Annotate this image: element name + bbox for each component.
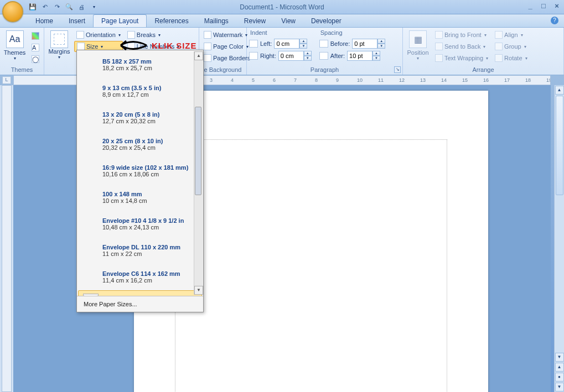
spin-down[interactable]: ▼: [372, 56, 380, 61]
browse-prev-button[interactable]: ▲: [555, 363, 564, 372]
tab-references[interactable]: References: [147, 15, 196, 27]
theme-colors-button[interactable]: [29, 30, 42, 41]
close-button[interactable]: ×: [553, 2, 561, 10]
indent-right-icon: [249, 52, 258, 60]
watermark-button[interactable]: Watermark: [201, 29, 252, 40]
scroll-down-button[interactable]: ▼: [555, 353, 564, 362]
margin-guide: [175, 139, 447, 392]
redo-icon[interactable]: ↷: [52, 2, 62, 12]
spin-down[interactable]: ▼: [299, 44, 307, 49]
tab-view[interactable]: View: [273, 15, 303, 27]
tab-page-layout[interactable]: Page Layout: [93, 14, 147, 27]
save-icon[interactable]: 💾: [28, 2, 38, 12]
page-borders-button[interactable]: Page Borders: [201, 53, 252, 64]
group-label-paragraph: Paragraph: [249, 65, 400, 75]
group-themes: Aa Themes▾ A ◯ Themes: [0, 28, 44, 75]
margins-button[interactable]: Margins▾: [46, 29, 72, 64]
spin-down[interactable]: ▼: [377, 44, 385, 49]
theme-fonts-button[interactable]: A: [29, 42, 42, 53]
group-button[interactable]: Group: [493, 41, 529, 52]
page-color-button[interactable]: Page Color: [201, 41, 252, 52]
office-button[interactable]: [2, 1, 23, 22]
ruler-corner[interactable]: L: [2, 76, 11, 84]
size-scroll-down[interactable]: ▼: [194, 286, 203, 295]
annotation-text: KLIK SIZE: [152, 41, 197, 50]
indent-right-input[interactable]: [278, 51, 304, 61]
indent-left-icon: [249, 40, 258, 48]
size-name: 100 x 148 mm: [102, 191, 147, 197]
page-size-icon: [83, 294, 99, 296]
align-icon: [495, 31, 503, 39]
spin-up[interactable]: ▲: [372, 51, 380, 56]
paragraph-launcher[interactable]: ↘: [394, 66, 401, 73]
spacing-heading: Spacing: [319, 29, 385, 37]
scroll-thumb[interactable]: [556, 96, 563, 195]
size-dims: 11,4 cm x 16,2 cm: [102, 277, 180, 284]
print-icon[interactable]: 🖨: [76, 2, 86, 12]
size-menu-scrollbar[interactable]: ▲ ▼: [194, 51, 203, 295]
size-option[interactable]: Letter 8 1/2 x 11 in21,59 cm x 27,94 cm: [78, 290, 202, 296]
size-option[interactable]: 13 x 20 cm (5 x 8 in)12,7 cm x 20,32 cm: [77, 104, 203, 131]
size-scroll-thumb[interactable]: [195, 107, 201, 195]
spin-up[interactable]: ▲: [304, 51, 312, 56]
spin-down[interactable]: ▼: [304, 56, 312, 61]
spacing-after-input[interactable]: [347, 51, 372, 61]
restore-button[interactable]: □: [540, 2, 547, 10]
spin-up[interactable]: ▲: [377, 39, 385, 44]
more-paper-sizes[interactable]: More Paper Sizes...: [77, 296, 203, 312]
quick-access-toolbar: 💾 ↶ ↷ 🔍 🖨: [28, 2, 99, 12]
size-option[interactable]: 100 x 148 mm10 cm x 14,8 cm: [77, 184, 203, 211]
page-color-icon: [204, 43, 211, 50]
margins-icon: [50, 30, 68, 48]
size-option[interactable]: Envelope C6 114 x 162 mm11,4 cm x 16,2 c…: [77, 264, 203, 290]
print-preview-icon[interactable]: 🔍: [64, 2, 74, 12]
scroll-up-button[interactable]: ▲: [555, 86, 564, 95]
size-icon: [77, 43, 85, 50]
spacing-before-input[interactable]: [352, 39, 377, 49]
tab-insert[interactable]: Insert: [61, 15, 93, 27]
group-icon: [495, 43, 503, 50]
indent-left-input[interactable]: [274, 39, 299, 49]
indent-right-row: Right: ▲▼: [249, 50, 312, 61]
tab-mailings[interactable]: Mailings: [196, 15, 236, 27]
size-option[interactable]: 9 x 13 cm (3.5 x 5 in)8,9 cm x 12,7 cm: [77, 78, 203, 104]
vertical-scrollbar[interactable]: ▲ ▼ ▲ ● ▼: [554, 85, 564, 392]
align-button[interactable]: Align: [493, 29, 529, 40]
themes-icon: Aa: [6, 30, 24, 48]
rotate-icon: [495, 54, 503, 62]
size-option[interactable]: Envelope #10 4 1/8 x 9 1/2 in10,48 cm x …: [77, 211, 203, 237]
help-icon[interactable]: ?: [551, 17, 558, 24]
spacing-after-row: After: ▲▼: [319, 50, 385, 61]
browse-next-button[interactable]: ▼: [555, 383, 564, 391]
minimize-button[interactable]: _: [526, 2, 534, 10]
text-wrapping-button[interactable]: Text Wrapping: [433, 53, 490, 64]
size-dims: 20,32 cm x 25,4 cm: [102, 144, 163, 151]
size-dims: 10,48 cm x 24,13 cm: [102, 224, 184, 231]
size-option[interactable]: Envelope DL 110 x 220 mm11 cm x 22 cm: [77, 237, 203, 264]
fonts-icon: A: [32, 44, 39, 51]
rotate-button[interactable]: Rotate: [493, 53, 529, 64]
browse-object-button[interactable]: ●: [555, 373, 564, 381]
size-dims: 10,16 cm x 18,06 cm: [102, 171, 188, 177]
tab-home[interactable]: Home: [28, 15, 61, 27]
theme-effects-button[interactable]: ◯: [29, 54, 42, 65]
spin-up[interactable]: ▲: [299, 39, 307, 44]
orientation-icon: [76, 31, 84, 39]
indent-right-label: Right:: [260, 53, 276, 59]
size-option[interactable]: 16:9 wide size (102 x 181 mm)10,16 cm x …: [77, 158, 203, 184]
size-name: 16:9 wide size (102 x 181 mm): [102, 164, 188, 171]
bring-front-button[interactable]: Bring to Front: [433, 29, 490, 40]
size-option[interactable]: 20 x 25 cm (8 x 10 in)20,32 cm x 25,4 cm: [77, 131, 203, 158]
undo-icon[interactable]: ↶: [40, 2, 50, 12]
send-back-button[interactable]: Send to Back: [433, 41, 490, 52]
orientation-button[interactable]: Orientation: [74, 29, 123, 40]
position-button[interactable]: ▦ Position▾: [405, 29, 431, 64]
themes-button[interactable]: Aa Themes▾: [2, 29, 27, 64]
group-arrange: ▦ Position▾ Bring to Front Send to Back …: [403, 28, 564, 75]
vertical-ruler[interactable]: [2, 85, 12, 392]
qat-more-icon[interactable]: [89, 2, 99, 12]
size-name: Envelope C6 114 x 162 mm: [102, 270, 180, 277]
size-option[interactable]: B5 182 x 257 mm18,2 cm x 25,7 cm: [77, 51, 203, 78]
tab-developer[interactable]: Developer: [303, 15, 349, 27]
tab-review[interactable]: Review: [236, 15, 273, 27]
